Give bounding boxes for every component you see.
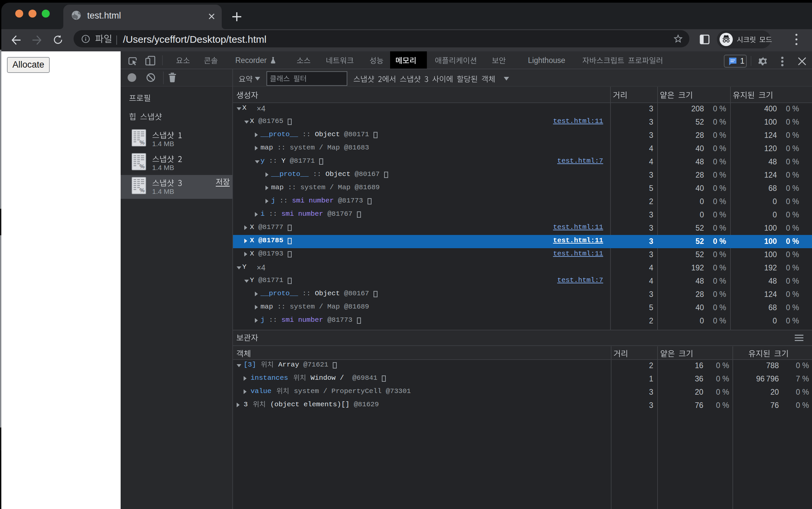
svg-text:%: % [139,139,144,146]
svg-text:%: % [139,187,144,194]
svg-text:%: % [139,163,144,170]
